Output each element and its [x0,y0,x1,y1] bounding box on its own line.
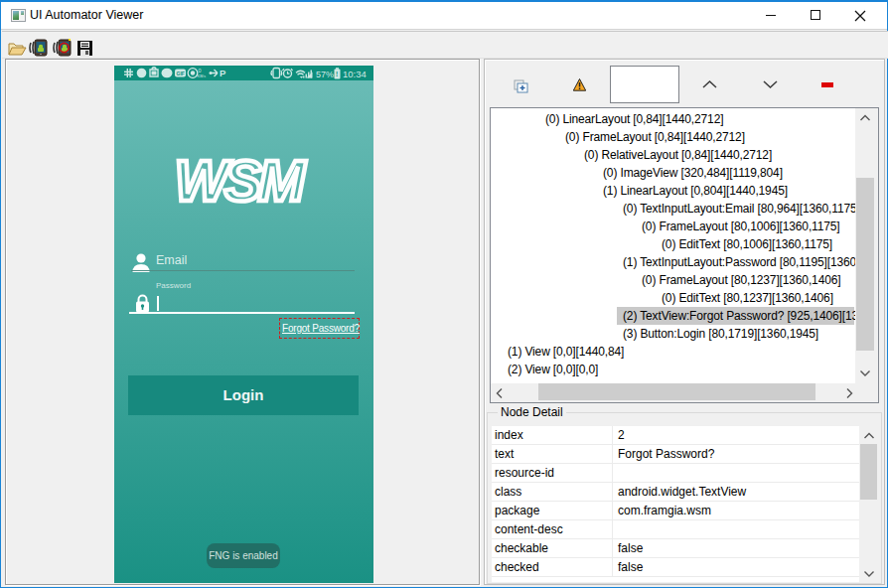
svg-text:10:34: 10:34 [343,69,367,79]
svg-text:P: P [220,68,226,78]
svg-text:KB/s: KB/s [198,74,206,78]
svg-text:GIF: GIF [177,71,185,76]
svg-text:0: 0 [199,68,202,74]
svg-text:!: ! [336,71,338,77]
svg-text:57%: 57% [316,70,334,79]
